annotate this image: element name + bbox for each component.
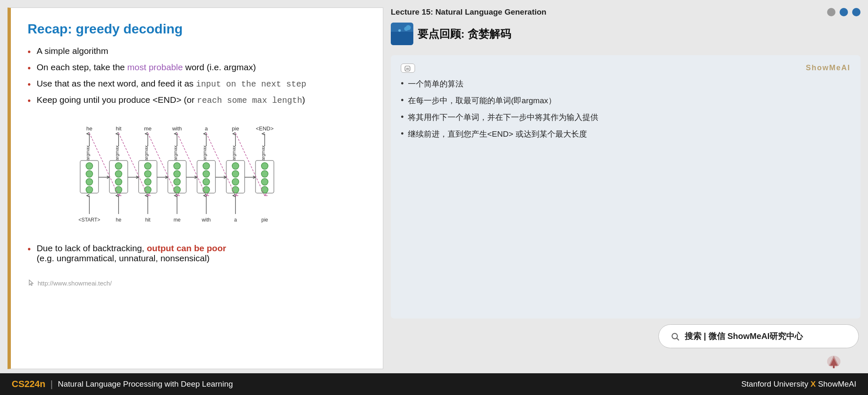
svg-point-33	[144, 171, 151, 177]
university-name: Stanford University	[741, 380, 808, 388]
nav-dot-2[interactable]	[840, 8, 848, 16]
svg-point-39	[174, 178, 180, 185]
ai-badge: AI	[401, 64, 415, 73]
svg-text:argmax: argmax	[202, 145, 207, 161]
lecture-title: Lecture 15: Natural Language Generation	[391, 8, 548, 17]
svg-point-52	[261, 163, 268, 169]
svg-point-28	[115, 171, 122, 177]
svg-point-55	[261, 186, 268, 193]
svg-point-25	[86, 186, 93, 193]
course-name: Natural Language Processing with Deep Le…	[58, 380, 233, 389]
stanford-area	[391, 354, 860, 369]
svg-text:argmax: argmax	[261, 145, 266, 161]
svg-point-50	[232, 186, 239, 193]
svg-point-45	[203, 186, 210, 193]
svg-point-24	[86, 178, 93, 185]
svg-point-84	[398, 29, 401, 32]
svg-point-38	[174, 171, 180, 177]
svg-point-49	[232, 178, 239, 185]
svg-text:<START>: <START>	[78, 217, 100, 223]
translation-box-header: AI ShowMeAI	[401, 64, 850, 73]
svg-text:hit: hit	[145, 217, 150, 223]
svg-text:argmax: argmax	[85, 145, 90, 161]
svg-point-42	[203, 163, 210, 169]
svg-point-44	[203, 178, 210, 185]
bottom-bullet-item: Due to lack of backtracking, output can …	[28, 243, 366, 263]
showmeai-watermark: ShowMeAI	[806, 64, 850, 72]
svg-point-35	[144, 186, 151, 193]
source-url[interactable]: http://www.showmeai.tech/	[38, 280, 112, 287]
svg-text:argmax: argmax	[231, 145, 236, 161]
translation-item-1: 一个简单的算法	[401, 79, 850, 89]
right-top-row: Lecture 15: Natural Language Generation	[391, 8, 860, 17]
stanford-logo	[825, 354, 859, 369]
bottom-bullet-list: Due to lack of backtracking, output can …	[28, 243, 366, 268]
svg-rect-81	[394, 25, 410, 42]
svg-point-40	[174, 186, 180, 193]
x-mark: X	[810, 380, 818, 388]
svg-point-29	[115, 178, 122, 185]
svg-text:me: me	[144, 125, 151, 132]
svg-text:me: me	[173, 217, 180, 223]
svg-text:with: with	[201, 217, 210, 223]
bullet-3: Use that as the next word, and feed it a…	[28, 79, 366, 90]
translation-list: 一个简单的算法 在每一步中，取最可能的单词(即argmax） 将其用作下一个单词…	[401, 79, 850, 140]
bullet-2: On each step, take the most probable wor…	[28, 62, 366, 74]
svg-text:a: a	[205, 125, 208, 132]
svg-text:argmax: argmax	[144, 145, 149, 161]
svg-point-43	[203, 171, 210, 177]
svg-point-22	[86, 163, 93, 169]
svg-point-37	[174, 163, 180, 169]
search-label: 搜索 | 微信 ShowMeAI研究中心	[685, 331, 803, 342]
svg-point-48	[232, 171, 239, 177]
slide-title: Recap: greedy decoding	[28, 21, 366, 37]
translation-item-4: 继续前进，直到您产生<END> 或达到某个最大长度	[401, 129, 850, 140]
translation-item-3: 将其用作下一个单词，并在下一步中将其作为输入提供	[401, 112, 850, 123]
bullet-1: A simple algorithm	[28, 46, 366, 57]
svg-text:a: a	[234, 217, 237, 223]
svg-point-54	[261, 178, 268, 185]
svg-point-34	[144, 178, 151, 185]
bottom-bar-left: CS224n | Natural Language Processing wit…	[12, 379, 233, 390]
svg-text:argmax: argmax	[173, 145, 178, 161]
right-panel: Lecture 15: Natural Language Generation …	[391, 8, 860, 369]
nav-dot-3[interactable]	[852, 8, 860, 16]
bottom-bar-right: Stanford University X ShowMeAI	[741, 380, 856, 389]
svg-point-27	[115, 163, 122, 169]
svg-line-88	[677, 338, 679, 340]
svg-text:<END>: <END>	[256, 125, 273, 132]
diagram-svg: he hit me with a pie <END> argmax argmax…	[72, 123, 322, 232]
neural-diagram: he hit me with a pie <END> argmax argmax…	[28, 123, 366, 232]
section-header: 要点回顾: 贪婪解码	[391, 23, 860, 45]
svg-point-82	[395, 33, 409, 41]
slide-panel: Recap: greedy decoding A simple algorith…	[8, 8, 383, 369]
svg-point-32	[144, 163, 151, 169]
svg-text:pie: pie	[261, 217, 268, 223]
source-link: http://www.showmeai.tech/	[28, 279, 366, 287]
nav-dot-1[interactable]	[827, 8, 835, 16]
svg-text:hit: hit	[116, 125, 121, 132]
translation-item-2: 在每一步中，取最可能的单词(即argmax）	[401, 95, 850, 106]
bullet-list: A simple algorithm On each step, take th…	[28, 46, 366, 111]
svg-point-30	[115, 186, 122, 193]
bullet-4: Keep going until you produce <END> (or r…	[28, 95, 366, 106]
svg-point-87	[672, 333, 678, 339]
logo-svg	[394, 25, 410, 42]
search-bar[interactable]: 搜索 | 微信 ShowMeAI研究中心	[658, 324, 859, 348]
svg-text:with: with	[172, 125, 182, 132]
svg-point-23	[86, 171, 93, 177]
course-code: CS224n	[12, 379, 46, 390]
translation-box: AI ShowMeAI 一个简单的算法 在每一步中，取最可能的单词(即argma…	[391, 55, 860, 319]
svg-point-83	[404, 27, 408, 31]
svg-point-53	[261, 171, 268, 177]
ai-icon: AI	[405, 66, 410, 71]
section-title: 要点回顾: 贪婪解码	[418, 27, 511, 41]
svg-text:pie: pie	[232, 125, 239, 132]
brand-name: ShowMeAI	[818, 380, 856, 388]
svg-text:AI: AI	[406, 67, 409, 70]
svg-text:argmax: argmax	[114, 145, 119, 161]
search-icon	[671, 332, 680, 341]
svg-text:he: he	[86, 125, 92, 132]
cursor-icon	[28, 279, 35, 287]
svg-text:he: he	[116, 217, 121, 223]
